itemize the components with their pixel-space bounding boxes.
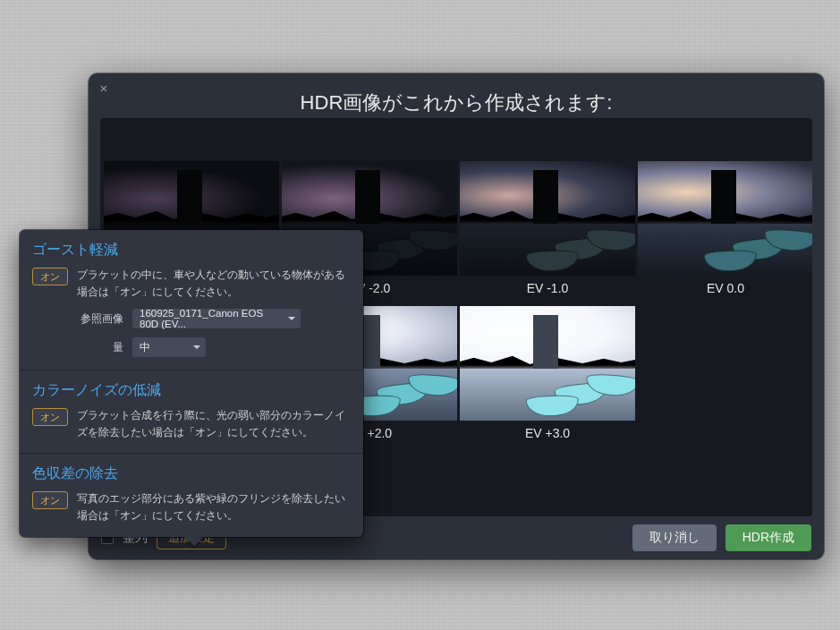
toggle-on-button[interactable]: オン: [32, 268, 68, 285]
thumbnail-ev-label: EV +3.0: [460, 426, 635, 440]
thumbnail-cell: EV 0.0: [638, 161, 812, 295]
popover-row: オン写真のエッジ部分にある紫や緑のフリンジを除去したい場合は「オン」にしてくださ…: [32, 490, 351, 524]
create-hdr-button[interactable]: HDR作成: [725, 524, 811, 551]
popover-section: カラーノイズの低減オンブラケット合成を行う際に、光の弱い部分のカラーノイズを除去…: [20, 370, 363, 454]
popover-section-desc: ブラケット合成を行う際に、光の弱い部分のカラーノイズを除去したい場合は「オン」に…: [77, 407, 351, 440]
cancel-button[interactable]: 取り消し: [632, 524, 717, 551]
thumbnail-cell: EV -1.0: [460, 161, 635, 295]
popover-section-title: カラーノイズの低減: [32, 381, 351, 400]
popover-form-row: 量中: [32, 337, 351, 357]
popover-row: オンブラケット合成を行う際に、光の弱い部分のカラーノイズを除去したい場合は「オン…: [32, 407, 351, 440]
popover-section-title: 色収差の除去: [32, 464, 351, 483]
popover-section: ゴースト軽減オンブラケットの中に、車や人などの動いている物体がある場合は「オン」…: [20, 230, 363, 370]
dialog-title: HDR画像がこれから作成されます:: [89, 73, 824, 122]
popover-form-label: 参照画像: [77, 311, 123, 327]
close-icon[interactable]: ×: [96, 81, 112, 97]
thumbnail-ev-label: EV 0.0: [638, 281, 812, 295]
popover-section: 色収差の除去オン写真のエッジ部分にある紫や緑のフリンジを除去したい場合は「オン」…: [20, 454, 363, 536]
toggle-on-button[interactable]: オン: [32, 491, 68, 509]
popover-section-desc: ブラケットの中に、車や人などの動いている物体がある場合は「オン」にしてください。: [77, 267, 351, 300]
thumbnail-image[interactable]: [460, 306, 635, 421]
popover-section-title: ゴースト軽減: [32, 241, 351, 260]
popover-form-row: 参照画像160925_0171_Canon EOS 80D (EV...: [32, 309, 351, 328]
thumbnail-ev-label: EV -1.0: [460, 281, 635, 295]
advanced-settings-popover: ゴースト軽減オンブラケットの中に、車や人などの動いている物体がある場合は「オン」…: [20, 230, 363, 537]
dropdown-select[interactable]: 160925_0171_Canon EOS 80D (EV...: [132, 309, 301, 328]
popover-row: オンブラケットの中に、車や人などの動いている物体がある場合は「オン」にしてくださ…: [32, 267, 351, 300]
dropdown-select[interactable]: 中: [132, 337, 206, 357]
thumbnail-image[interactable]: [460, 161, 635, 276]
popover-section-desc: 写真のエッジ部分にある紫や緑のフリンジを除去したい場合は「オン」にしてください。: [77, 490, 351, 524]
popover-form-label: 量: [77, 340, 123, 355]
thumbnail-cell: EV +3.0: [460, 306, 635, 440]
thumbnail-image[interactable]: [638, 161, 812, 276]
toggle-on-button[interactable]: オン: [32, 408, 68, 426]
